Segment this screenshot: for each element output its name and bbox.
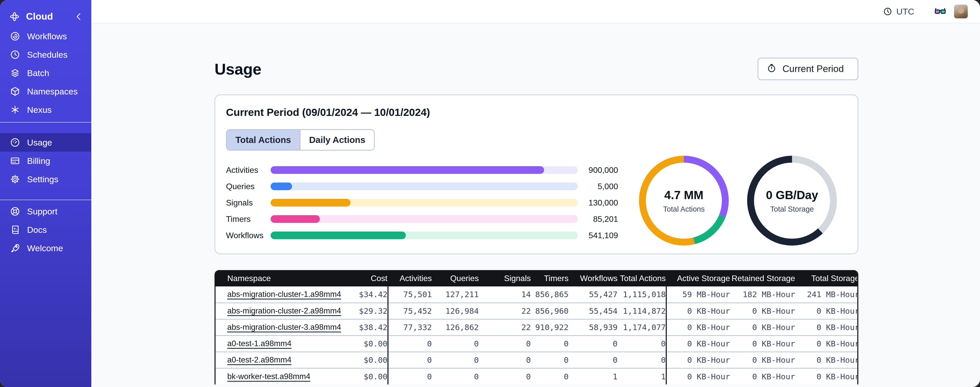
namespaces-icon (10, 86, 21, 97)
bar-label: Timers (226, 214, 270, 224)
sidebar-group: WorkflowsSchedulesBatchNamespacesNexus (0, 27, 91, 119)
cell-retained-storage: 0 KB-Hour (730, 336, 795, 352)
cell-signals: 0 (479, 352, 531, 368)
cell-total-actions: 1 (617, 368, 666, 384)
column-header-activities: Activities (388, 270, 432, 286)
cell-activities: 0 (388, 352, 432, 368)
namespace-link[interactable]: a0-test-2.a98mm4 (227, 355, 291, 364)
cell-cost: $0.00 (338, 336, 388, 352)
bar-value: 5,000 (578, 182, 618, 191)
welcome-icon (10, 243, 21, 253)
namespace-link[interactable]: bk-worker-test.a98mm4 (227, 372, 310, 381)
table-row: a0-test-2.a98mm4$0.000000000 KB-Hour0 KB… (216, 352, 858, 368)
cell-retained-storage: 182 MB-Hour (730, 286, 795, 303)
user-avatar[interactable] (954, 5, 968, 18)
schedules-icon (10, 49, 21, 60)
cell-queries: 126,862 (432, 319, 479, 336)
cell-total-actions: 0 (617, 336, 666, 352)
cell-total-actions: 1,115,018 (617, 286, 666, 303)
sidebar-title: Cloud (26, 11, 53, 22)
sidebar-item-settings[interactable]: Settings (0, 170, 91, 189)
cell-queries: 0 (432, 336, 479, 352)
column-header-total-storage: Total Storage (795, 270, 858, 286)
namespace-link[interactable]: a0-test-1.a98mm4 (227, 339, 291, 348)
page-title: Usage (215, 60, 261, 78)
sidebar: Cloud WorkflowsSchedulesBatchNamespacesN… (0, 0, 91, 387)
namespace-link[interactable]: abs-migration-cluster-3.a98mm4 (227, 323, 341, 332)
cell-workflows: 0 (569, 352, 617, 368)
cell-cost: $38.42 (338, 319, 388, 336)
cell-workflows: 0 (569, 336, 617, 352)
total-actions-label: Total Actions (663, 205, 705, 213)
bar-fill (270, 166, 544, 174)
timezone-label: UTC (896, 6, 914, 17)
cell-queries: 0 (432, 368, 479, 384)
page-content: Usage Current Period Current Period (09/… (91, 24, 980, 387)
table-row: a0-test-1.a98mm4$0.000000000 KB-Hour0 KB… (216, 336, 858, 352)
cell-signals: 0 (479, 368, 531, 384)
sidebar-group: UsageBillingSettings (0, 133, 91, 189)
docs-icon (10, 224, 21, 235)
tab-daily-actions[interactable]: Daily Actions (300, 130, 374, 150)
sidebar-item-label: Workflows (27, 31, 67, 42)
sidebar-item-workflows[interactable]: Workflows (0, 27, 91, 45)
billing-icon (10, 155, 21, 166)
timezone-selector[interactable]: UTC (883, 6, 918, 17)
bar-value: 130,000 (578, 198, 618, 208)
temporal-logo-icon (9, 11, 20, 22)
bar-fill (270, 232, 406, 239)
bar-value: 900,000 (578, 165, 618, 175)
cell-cost: $34.42 (338, 286, 388, 303)
namespace-link[interactable]: abs-migration-cluster-2.a98mm4 (227, 306, 341, 315)
namespace-link[interactable]: abs-migration-cluster-1.a98mm4 (227, 290, 341, 299)
usage-summary-card: Current Period (09/01/2024 — 10/01/2024)… (215, 94, 858, 254)
sidebar-item-docs[interactable]: Docs (0, 221, 91, 239)
cell-activities: 0 (388, 336, 432, 352)
table-header-row: NamespaceCostActivitiesQueriesSignalsTim… (216, 270, 858, 286)
page-header: Usage Current Period (215, 58, 858, 80)
column-header-active-storage: Active Storage (666, 270, 730, 286)
sidebar-item-welcome[interactable]: Welcome (0, 239, 91, 257)
sidebar-item-support[interactable]: Support (0, 202, 91, 221)
sidebar-item-label: Schedules (27, 50, 68, 60)
total-actions-value: 4.7 MM (663, 188, 705, 202)
cell-timers: 0 (531, 352, 569, 368)
sidebar-item-label: Batch (27, 68, 49, 78)
tab-total-actions[interactable]: Total Actions (227, 130, 300, 150)
sidebar-item-nexus[interactable]: Nexus (0, 101, 91, 119)
app-window: Cloud WorkflowsSchedulesBatchNamespacesN… (0, 0, 980, 387)
sidebar-divider (0, 200, 91, 200)
bar-track (270, 215, 578, 223)
glasses-icon[interactable] (934, 5, 946, 18)
bar-fill (270, 215, 320, 223)
cell-timers: 910,922 (531, 319, 569, 336)
sidebar-item-namespaces[interactable]: Namespaces (0, 82, 91, 101)
table-row: abs-migration-cluster-1.a98mm4$34.4275,5… (216, 286, 858, 303)
cell-retained-storage: 0 KB-Hour (730, 319, 795, 336)
cell-queries: 127,211 (432, 286, 479, 303)
cell-workflows: 1 (569, 368, 617, 384)
sidebar-divider (0, 122, 91, 123)
cell-activities: 77,332 (388, 319, 432, 336)
settings-icon (10, 174, 21, 185)
cell-total-storage: 0 KB-Hour (795, 352, 858, 368)
column-header-cost: Cost (338, 270, 388, 286)
cell-timers: 0 (531, 368, 569, 384)
sidebar-item-schedules[interactable]: Schedules (0, 45, 91, 64)
bar-track (270, 182, 578, 190)
cell-cost: $29.32 (338, 303, 388, 319)
cell-workflows: 55,454 (569, 303, 617, 319)
total-actions-donut-chart: 4.7 MM Total Actions (639, 156, 729, 246)
cell-retained-storage: 0 KB-Hour (730, 368, 795, 384)
column-header-total-actions: Total Actions (617, 270, 666, 286)
sidebar-collapse-button[interactable] (73, 11, 84, 22)
cell-active-storage: 0 KB-Hour (666, 368, 730, 384)
period-dropdown-button[interactable]: Current Period (757, 58, 858, 80)
sidebar-item-batch[interactable]: Batch (0, 64, 91, 82)
sidebar-item-usage[interactable]: Usage (0, 133, 91, 152)
cell-active-storage: 59 MB-Hour (666, 286, 730, 303)
bar-label: Queries (226, 182, 270, 191)
sidebar-nav: WorkflowsSchedulesBatchNamespacesNexusUs… (0, 24, 91, 257)
support-icon (10, 206, 21, 217)
sidebar-item-billing[interactable]: Billing (0, 152, 91, 170)
